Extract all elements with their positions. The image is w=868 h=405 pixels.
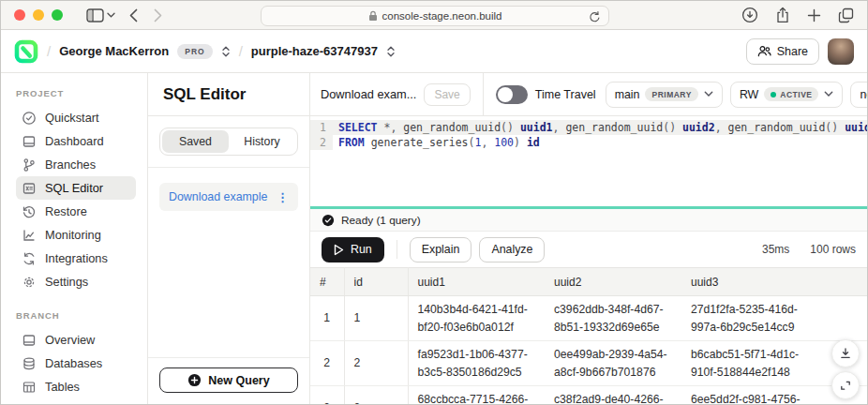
back-button[interactable] xyxy=(129,8,138,22)
sidebar-item-roles[interactable]: Roles xyxy=(16,398,136,404)
browser-toolbar: console-stage.neon.build xyxy=(1,1,867,30)
column-header-uuid2[interactable]: uuid2 xyxy=(545,268,681,296)
saved-query-item[interactable]: Download example ⋮ xyxy=(159,183,298,211)
refresh-icon[interactable] xyxy=(589,10,601,23)
breadcrumb-divider: / xyxy=(239,43,243,59)
save-button[interactable]: Save xyxy=(424,83,470,106)
chart-icon xyxy=(22,228,37,243)
kebab-menu-icon[interactable]: ⋮ xyxy=(277,190,289,204)
analyze-button[interactable]: Analyze xyxy=(479,237,545,262)
person-icon xyxy=(22,403,37,405)
play-icon xyxy=(334,244,344,256)
neon-logo[interactable] xyxy=(14,39,38,64)
zoom-window-button[interactable] xyxy=(52,9,63,21)
forward-button[interactable] xyxy=(154,8,162,22)
app-header: / George MacKerron PRO / purple-haze-637… xyxy=(1,30,867,73)
chevron-down-icon xyxy=(824,91,833,98)
check-circle-icon xyxy=(22,111,37,126)
sidebar-section-project: PROJECT xyxy=(16,88,147,98)
tab-overview-icon[interactable] xyxy=(838,8,854,23)
column-header-uuid3[interactable]: uuid3 xyxy=(681,268,818,296)
code-line-2[interactable]: 2 FROM generate_series(1, 100) id xyxy=(310,135,867,150)
sidebar-item-branches[interactable]: Branches xyxy=(16,153,136,176)
url-text: console-stage.neon.build xyxy=(382,10,502,22)
saved-history-tabs: Saved History xyxy=(159,128,298,156)
line-number: 2 xyxy=(310,135,333,150)
chevron-down-icon xyxy=(704,91,713,98)
minimize-window-button[interactable] xyxy=(33,9,44,21)
run-button[interactable]: Run xyxy=(322,237,384,262)
branch-select[interactable]: main PRIMARY xyxy=(606,82,723,108)
column-header-filler xyxy=(818,268,867,296)
org-name[interactable]: George MacKerron xyxy=(59,44,169,58)
sidebar-item-dashboard[interactable]: Dashboard xyxy=(16,129,136,153)
code-editor[interactable]: 1 SELECT *, gen_random_uuid() uuid1, gen… xyxy=(310,116,867,206)
new-query-button[interactable]: New Query xyxy=(159,368,298,393)
code-line-1[interactable]: 1 SELECT *, gen_random_uuid() uuid1, gen… xyxy=(310,120,867,135)
ready-check-icon xyxy=(322,214,335,227)
user-avatar[interactable] xyxy=(828,38,854,65)
sidebar-item-restore[interactable]: Restore xyxy=(16,200,136,223)
status-text: Ready (1 query) xyxy=(341,214,421,227)
editor-toolbar: Download exam... Save Time Travel main P… xyxy=(310,73,867,116)
time-travel-label: Time Travel xyxy=(535,88,596,101)
sidebar-item-settings[interactable]: Settings xyxy=(16,270,136,293)
project-switcher-chevron-icon[interactable] xyxy=(386,45,396,58)
results-table: # id uuid1 uuid2 uuid3 1 1 140b3b4d-6421… xyxy=(310,267,867,404)
project-name[interactable]: purple-haze-63747937 xyxy=(251,44,378,58)
expand-results-button[interactable] xyxy=(831,371,860,399)
browser-window: console-stage.neon.build xyxy=(0,0,868,405)
sidebar-section-branch: BRANCH xyxy=(16,310,147,321)
sidebar-item-sql-editor[interactable]: SQL Editor xyxy=(16,176,136,200)
line-number: 1 xyxy=(310,120,333,135)
browser-actions xyxy=(741,7,854,23)
sidebar-item-overview[interactable]: Overview xyxy=(16,328,136,352)
sync-icon xyxy=(22,251,37,266)
people-icon xyxy=(757,45,771,57)
sidebar-item-quickstart[interactable]: Quickstart xyxy=(16,106,136,129)
query-actions: Run Explain Analyze 35ms 100 rows xyxy=(310,232,867,267)
share-page-icon[interactable] xyxy=(775,7,790,23)
tab-history[interactable]: History xyxy=(229,130,295,153)
query-title: Download exam... xyxy=(321,87,416,101)
sidebar-chevron-down-icon[interactable] xyxy=(107,12,115,18)
tab-saved[interactable]: Saved xyxy=(162,130,229,153)
queries-panel: SQL Editor Saved History Download exampl… xyxy=(148,73,310,404)
sidebar-item-tables[interactable]: Tables xyxy=(16,375,136,398)
new-tab-icon[interactable] xyxy=(807,8,821,22)
column-header-uuid1[interactable]: uuid1 xyxy=(408,268,545,296)
time-travel-toggle[interactable] xyxy=(496,85,528,104)
history-clock-icon xyxy=(22,204,37,219)
sidebar-item-monitoring[interactable]: Monitoring xyxy=(16,223,136,247)
address-bar[interactable]: console-stage.neon.build xyxy=(261,6,609,26)
primary-badge: PRIMARY xyxy=(645,87,697,101)
sidebar-item-databases[interactable]: Databases xyxy=(16,352,136,375)
traffic-lights xyxy=(14,9,63,21)
query-duration: 35ms xyxy=(762,243,789,256)
lock-icon xyxy=(368,10,378,22)
page-title: SQL Editor xyxy=(163,85,246,104)
compute-select[interactable]: RW ACTIVE xyxy=(730,82,844,108)
downloads-icon[interactable] xyxy=(741,7,758,23)
org-switcher-chevron-icon[interactable] xyxy=(221,45,231,58)
download-results-button[interactable] xyxy=(831,339,860,368)
plan-badge: PRO xyxy=(177,44,212,59)
sidebar-item-integrations[interactable]: Integrations xyxy=(16,247,136,270)
column-header-id[interactable]: id xyxy=(344,268,408,296)
browser-sidebar-icon[interactable] xyxy=(86,8,104,22)
table-icon xyxy=(22,380,37,395)
results-header-row: # id uuid1 uuid2 uuid3 xyxy=(310,268,867,296)
query-status-bar: Ready (1 query) xyxy=(310,209,867,232)
plus-circle-icon xyxy=(187,373,202,387)
database-select[interactable]: neondb xyxy=(850,82,867,108)
window-icon xyxy=(22,333,37,348)
table-row[interactable]: 1 1 140b3b4d-6421-41fd-bf20-f03e6b0a012f… xyxy=(310,296,867,341)
sql-editor-panel: Download exam... Save Time Travel main P… xyxy=(310,73,867,404)
table-row[interactable]: 2 2 fa9523d1-1b06-4377-b3c5-8350186d29c5… xyxy=(310,341,867,386)
column-header-index[interactable]: # xyxy=(310,268,344,296)
table-row[interactable]: 3 3 68ccbcca-7715-4266-b6c5-9f7a14ea6e5e… xyxy=(310,386,867,405)
git-branch-icon xyxy=(22,158,37,172)
explain-button[interactable]: Explain xyxy=(410,237,472,262)
close-window-button[interactable] xyxy=(14,9,25,21)
share-button[interactable]: Share xyxy=(746,38,819,65)
